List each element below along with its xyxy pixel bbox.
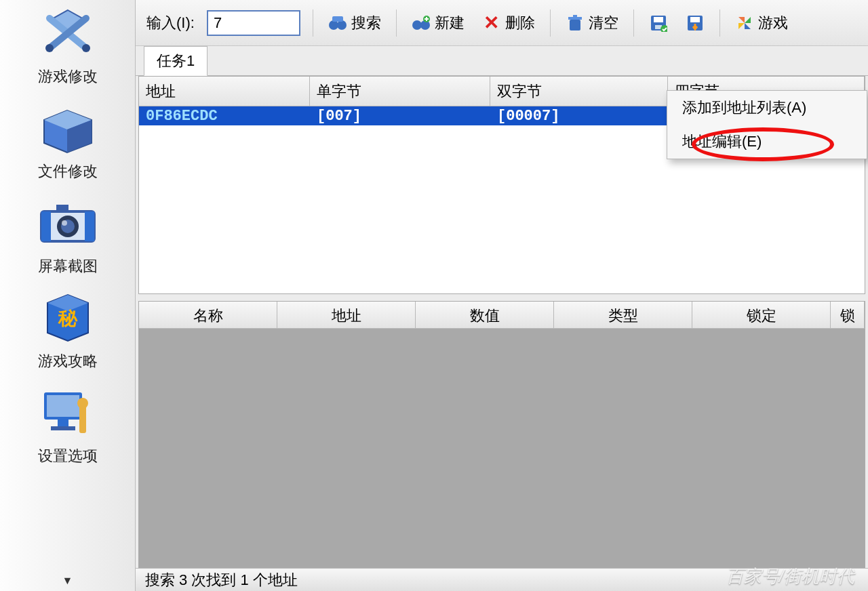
svg-point-27	[412, 20, 422, 30]
sidebar-item-label: 屏幕截图	[38, 256, 98, 277]
value-input[interactable]	[207, 10, 300, 36]
crossed-swords-icon	[34, 3, 102, 64]
svg-rect-26	[332, 16, 343, 22]
delete-button[interactable]: ✕ 删除	[479, 12, 538, 35]
sidebar-item-label: 设置选项	[38, 446, 98, 466]
toolbar: 输入(I): 搜索 新建 ✕ 删除	[136, 0, 868, 46]
menu-edit-address[interactable]: 地址编辑(E)	[667, 125, 867, 159]
sidebar-item-file-modify[interactable]: 文件修改	[14, 98, 122, 182]
sidebar-more-arrow[interactable]: ▼	[62, 572, 73, 591]
open-button[interactable]	[683, 12, 707, 34]
sidebar-item-label: 文件修改	[38, 161, 98, 182]
col-lock2[interactable]: 锁	[831, 302, 865, 328]
cell-address: 0F86ECDC	[139, 108, 310, 125]
sidebar-item-game-modify[interactable]: 游戏修改	[14, 3, 122, 87]
watermark: 百家号/街机时代	[726, 565, 854, 588]
results-table: 地址 单字节 双字节 四字节 0F86ECDC [007] [00007] [0…	[138, 76, 865, 294]
sidebar-item-label: 游戏攻略	[38, 351, 98, 371]
floppy-save-icon	[649, 14, 668, 33]
menu-add-to-list[interactable]: 添加到地址列表(A)	[667, 91, 867, 125]
col-lock[interactable]: 锁定	[692, 302, 831, 328]
svg-rect-32	[573, 15, 577, 18]
binoculars-icon	[328, 14, 347, 33]
game-button[interactable]: 游戏	[732, 12, 791, 35]
sidebar-item-guides[interactable]: 秘 游戏攻略	[14, 287, 122, 371]
folder-icon	[34, 98, 102, 159]
svg-rect-19	[47, 395, 79, 417]
x-icon: ✕	[482, 14, 501, 33]
svg-rect-34	[654, 17, 663, 22]
cell-byte2: [00007]	[490, 108, 668, 125]
col-byte2[interactable]: 双字节	[490, 77, 668, 106]
svg-point-3	[45, 44, 54, 52]
address-list-header: 名称 地址 数值 类型 锁定 锁	[139, 302, 865, 329]
context-menu: 添加到地址列表(A) 地址编辑(E)	[667, 90, 867, 159]
content: 输入(I): 搜索 新建 ✕ 删除	[136, 0, 868, 591]
svg-point-25	[337, 20, 347, 30]
svg-rect-10	[85, 211, 94, 241]
floppy-open-icon	[686, 14, 705, 33]
svg-point-24	[329, 20, 338, 30]
camera-icon	[34, 192, 102, 253]
tabs: 任务1	[136, 46, 868, 76]
trash-icon	[566, 14, 585, 33]
tab-task1[interactable]: 任务1	[144, 46, 208, 76]
binoculars-plus-icon	[412, 14, 431, 33]
svg-point-4	[82, 44, 90, 52]
address-list-table: 名称 地址 数值 类型 锁定 锁	[138, 301, 865, 568]
status-text: 搜索 3 次找到 1 个地址	[145, 570, 298, 590]
col-type[interactable]: 类型	[554, 302, 692, 328]
col-byte1[interactable]: 单字节	[310, 77, 490, 106]
col-address[interactable]: 地址	[139, 77, 310, 106]
svg-text:秘: 秘	[58, 308, 78, 329]
col-name[interactable]: 名称	[139, 302, 277, 328]
input-label: 输入(I):	[146, 13, 195, 33]
cell-byte1: [007]	[310, 108, 490, 125]
monitor-wrench-icon	[34, 382, 102, 443]
svg-rect-9	[41, 211, 51, 241]
sidebar-item-settings[interactable]: 设置选项	[14, 382, 122, 466]
new-button[interactable]: 新建	[409, 12, 467, 35]
search-button[interactable]: 搜索	[326, 12, 384, 35]
svg-rect-38	[690, 17, 700, 22]
svg-point-23	[77, 398, 88, 409]
clear-button[interactable]: 清空	[563, 12, 621, 35]
status-bar: 搜索 3 次找到 1 个地址 百家号/街机时代	[136, 568, 868, 591]
svg-rect-11	[56, 205, 68, 213]
col-value[interactable]: 数值	[416, 302, 554, 328]
svg-rect-21	[51, 426, 75, 430]
col-addr[interactable]: 地址	[277, 302, 416, 328]
sidebar: 游戏修改 文件修改	[0, 0, 136, 591]
svg-rect-20	[58, 420, 68, 426]
pinwheel-icon	[735, 14, 754, 33]
svg-point-14	[62, 220, 67, 226]
sidebar-item-label: 游戏修改	[38, 66, 98, 87]
book-icon: 秘	[34, 287, 102, 348]
save-button[interactable]	[646, 12, 671, 34]
svg-rect-30	[570, 20, 580, 30]
sidebar-item-screenshot[interactable]: 屏幕截图	[14, 192, 122, 277]
